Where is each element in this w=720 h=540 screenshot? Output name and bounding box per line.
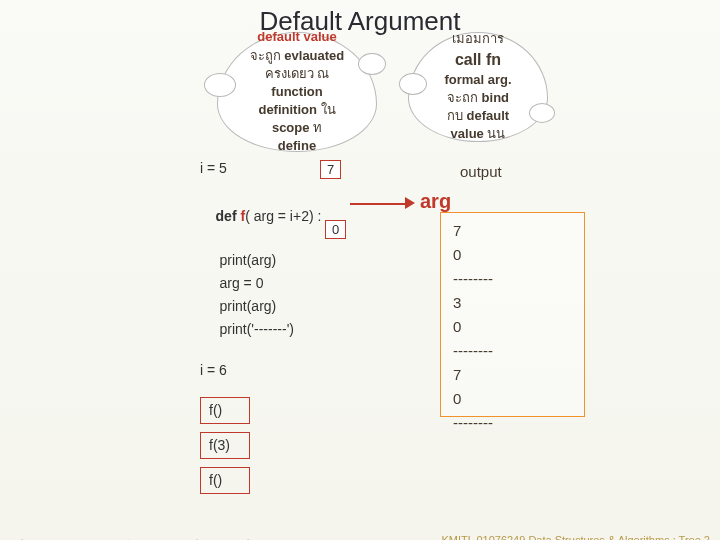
out-line: 3: [453, 291, 572, 315]
cloud-right-l2: call fn: [455, 51, 501, 68]
cloud-right-l6a: value: [451, 126, 488, 141]
cloud-right-l5b: default: [467, 108, 510, 123]
code-body3: print(arg): [200, 296, 405, 317]
cloud-default-value: default value จะถูก evlauated ครงเดยว ณ …: [217, 32, 377, 152]
cloud-right-l4b: bind: [482, 90, 509, 105]
out-line: 0: [453, 387, 572, 411]
code-body2: arg = 0: [200, 273, 405, 294]
call-box-2: f(3): [200, 432, 250, 459]
out-line: 0: [453, 315, 572, 339]
cloud-left-l4: function: [271, 84, 322, 99]
cloud-left-l6a: scope: [272, 120, 313, 135]
out-line: 7: [453, 363, 572, 387]
out-line: 7: [453, 219, 572, 243]
out-line: --------: [453, 267, 572, 291]
code-block: i = 5 def f( arg = i+2) : print(arg) arg…: [200, 158, 405, 498]
footer-mid: รศ. กฤตวน ศรบรณ: [185, 534, 278, 540]
footer-left: รศ. ดร. บญธร เครอตราช: [10, 534, 130, 540]
slide-title: Default Argument: [0, 6, 720, 37]
code-body1: print(arg): [200, 250, 405, 271]
code-body4: print('-------'): [200, 319, 405, 340]
def-rest: ( arg = i+2) :: [245, 208, 321, 224]
cloud-right-l6b: นน: [487, 126, 505, 141]
cloud-right-l1: เมอมการ: [452, 30, 504, 48]
cloud-left-l7: define: [278, 138, 316, 153]
cloud-left-l2a: จะถูก: [250, 48, 285, 63]
cloud-left-l2b: evlauated: [284, 48, 344, 63]
output-label: output: [460, 163, 502, 180]
call-box-1: f(): [200, 397, 250, 424]
cloud-call-fn: เมอมการ call fn formal arg. จะถก bind กบ…: [408, 32, 548, 142]
out-line: --------: [453, 339, 572, 363]
code-i5: i = 5: [200, 158, 405, 179]
code-def-line: def f( arg = i+2) :: [200, 185, 405, 248]
cloud-left-l1: default value: [257, 29, 336, 44]
out-line: 0: [453, 243, 572, 267]
cloud-right-l3: formal arg.: [444, 72, 511, 87]
arrow-head-icon: [405, 197, 415, 209]
cloud-left-l5b: ใน: [321, 102, 336, 117]
def-keyword: def: [216, 208, 241, 224]
output-box: 7 0 -------- 3 0 -------- 7 0 --------: [440, 212, 585, 417]
code-i6: i = 6: [200, 360, 405, 381]
arg-label: arg: [420, 190, 451, 213]
footer-right: KMITL 01076249 Data Structures & Algorit…: [441, 534, 710, 540]
cloud-left-l6b: ท: [313, 120, 322, 135]
cloud-right-l4a: จะถก: [447, 90, 482, 105]
cloud-right-l5a: กบ: [447, 108, 467, 123]
out-line: --------: [453, 411, 572, 435]
cloud-left-l5a: definition: [258, 102, 320, 117]
call-box-3: f(): [200, 467, 250, 494]
cloud-left-l3: ครงเดยว ณ: [265, 65, 330, 83]
